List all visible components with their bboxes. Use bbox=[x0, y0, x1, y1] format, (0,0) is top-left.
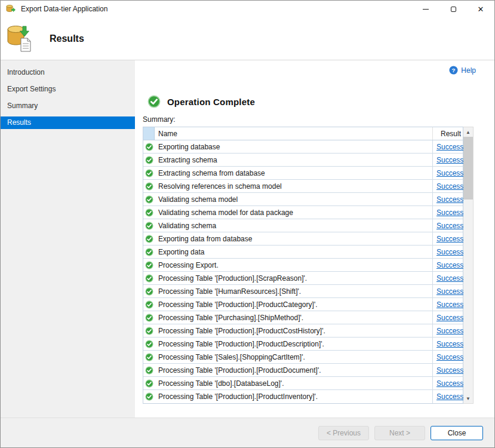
database-export-icon bbox=[6, 4, 16, 14]
success-check-icon bbox=[143, 364, 155, 376]
table-row[interactable]: Extracting schema from database Success bbox=[143, 167, 463, 180]
result-cell: Success bbox=[433, 311, 463, 324]
success-link[interactable]: Success bbox=[436, 143, 463, 151]
success-link[interactable]: Success bbox=[436, 195, 463, 204]
success-check-icon bbox=[143, 180, 155, 192]
success-link[interactable]: Success bbox=[436, 353, 463, 361]
result-cell: Success bbox=[433, 154, 463, 166]
success-link[interactable]: Success bbox=[436, 169, 463, 177]
result-cell: Success bbox=[433, 193, 463, 205]
success-link[interactable]: Success bbox=[436, 222, 463, 230]
result-cell: Success bbox=[433, 377, 463, 389]
sidebar-item-introduction[interactable]: Introduction bbox=[1, 66, 135, 79]
success-link[interactable]: Success bbox=[436, 261, 463, 269]
icon-column-header[interactable] bbox=[143, 127, 155, 140]
step-name: Processing Table '[Production].[ScrapRea… bbox=[155, 272, 433, 284]
table-row[interactable]: Extracting schema Success bbox=[143, 154, 463, 167]
table-row[interactable]: Validating schema model for data package… bbox=[143, 206, 463, 219]
success-link[interactable]: Success bbox=[436, 340, 463, 348]
success-check-icon bbox=[143, 377, 155, 389]
success-link[interactable]: Success bbox=[436, 156, 463, 164]
scrollbar-thumb[interactable] bbox=[463, 137, 473, 200]
success-check-icon bbox=[143, 337, 155, 350]
success-check-icon bbox=[143, 219, 155, 232]
table-row[interactable]: Validating schema Success bbox=[143, 219, 463, 232]
vertical-scrollbar[interactable]: ▲ ▼ bbox=[463, 127, 474, 404]
close-button[interactable]: ✕ bbox=[467, 1, 494, 17]
result-cell: Success bbox=[433, 140, 463, 153]
success-link[interactable]: Success bbox=[436, 379, 463, 388]
footer-bar: < Previous Next > Close bbox=[1, 418, 494, 447]
sidebar-item-summary[interactable]: Summary bbox=[1, 100, 135, 112]
success-link[interactable]: Success bbox=[436, 366, 463, 375]
success-link[interactable]: Success bbox=[436, 392, 463, 401]
table-row[interactable]: Exporting database Success bbox=[143, 140, 463, 154]
success-check-icon bbox=[143, 390, 155, 403]
success-link[interactable]: Success bbox=[436, 314, 463, 322]
success-check-icon bbox=[143, 232, 155, 245]
scroll-up-button[interactable]: ▲ bbox=[463, 127, 473, 137]
success-link[interactable]: Success bbox=[436, 274, 463, 283]
table-row[interactable]: Processing Table '[Production].[ProductD… bbox=[143, 337, 463, 351]
step-name: Resolving references in schema model bbox=[155, 180, 433, 192]
result-cell: Success bbox=[433, 206, 463, 219]
table-row[interactable]: Processing Table '[dbo].[DatabaseLog]'. … bbox=[143, 377, 463, 390]
result-cell: Success bbox=[433, 351, 463, 363]
result-cell: Success bbox=[433, 364, 463, 376]
titlebar: Export Data-tier Application ✕ bbox=[1, 1, 494, 17]
table-row[interactable]: Processing Table '[Production].[ProductI… bbox=[143, 390, 463, 403]
success-link[interactable]: Success bbox=[436, 182, 463, 191]
maximize-button[interactable] bbox=[439, 1, 467, 17]
window-title: Export Data-tier Application bbox=[21, 5, 107, 13]
table-row[interactable]: Processing Table '[Purchasing].[ShipMeth… bbox=[143, 311, 463, 324]
next-button[interactable]: Next > bbox=[374, 426, 425, 440]
table-row[interactable]: Processing Table '[Production].[ProductC… bbox=[143, 298, 463, 311]
success-link[interactable]: Success bbox=[436, 300, 463, 309]
table-row[interactable]: Processing Table '[Production].[ScrapRea… bbox=[143, 272, 463, 285]
sidebar-item-export-settings[interactable]: Export Settings bbox=[1, 83, 135, 96]
table-row[interactable]: Processing Table '[Production].[ProductD… bbox=[143, 364, 463, 377]
success-link[interactable]: Success bbox=[436, 248, 463, 256]
step-name: Extracting schema from database bbox=[155, 167, 433, 179]
result-cell: Success bbox=[433, 232, 463, 245]
sidebar-item-results[interactable]: Results bbox=[1, 116, 135, 129]
result-cell: Success bbox=[433, 337, 463, 350]
sidebar: IntroductionExport SettingsSummaryResult… bbox=[1, 60, 135, 418]
success-check-icon bbox=[143, 167, 155, 179]
success-check-icon bbox=[147, 95, 161, 108]
previous-button[interactable]: < Previous bbox=[318, 426, 369, 440]
result-cell: Success bbox=[433, 272, 463, 284]
success-link[interactable]: Success bbox=[436, 235, 463, 243]
table-row[interactable]: Validating schema model Success bbox=[143, 193, 463, 206]
help-link[interactable]: ? Help bbox=[449, 66, 476, 75]
table-row[interactable]: Processing Table '[Production].[ProductC… bbox=[143, 324, 463, 337]
page-title: Results bbox=[50, 33, 84, 44]
result-cell: Success bbox=[433, 298, 463, 311]
result-column-header[interactable]: Result bbox=[433, 127, 463, 140]
table-row[interactable]: Processing Export. Success bbox=[143, 259, 463, 272]
success-check-icon bbox=[143, 311, 155, 324]
close-wizard-button[interactable]: Close bbox=[431, 426, 483, 440]
success-link[interactable]: Success bbox=[436, 287, 463, 296]
close-icon: ✕ bbox=[478, 5, 484, 13]
scroll-down-button[interactable]: ▼ bbox=[463, 394, 473, 403]
step-name: Processing Table '[Production].[ProductC… bbox=[155, 298, 433, 311]
table-row[interactable]: Resolving references in schema model Suc… bbox=[143, 180, 463, 193]
table-row[interactable]: Processing Table '[Sales].[ShoppingCartI… bbox=[143, 351, 463, 364]
success-link[interactable]: Success bbox=[436, 327, 463, 335]
name-column-header[interactable]: Name bbox=[155, 127, 433, 140]
minimize-button[interactable] bbox=[412, 1, 439, 17]
wizard-body: IntroductionExport SettingsSummaryResult… bbox=[1, 60, 494, 418]
database-export-icon bbox=[5, 24, 32, 54]
success-link[interactable]: Success bbox=[436, 208, 463, 217]
table-row[interactable]: Exporting data from database Success bbox=[143, 232, 463, 246]
export-data-tier-window: Export Data-tier Application ✕ Results I… bbox=[0, 0, 495, 448]
scrollbar-track[interactable] bbox=[463, 137, 473, 394]
result-cell: Success bbox=[433, 219, 463, 232]
table-row[interactable]: Processing Table '[HumanResources].[Shif… bbox=[143, 285, 463, 298]
chevron-down-icon: ▼ bbox=[466, 396, 471, 401]
step-name: Processing Table '[Production].[ProductD… bbox=[155, 364, 433, 376]
table-row[interactable]: Exporting data Success bbox=[143, 246, 463, 259]
success-check-icon bbox=[143, 285, 155, 297]
success-check-icon bbox=[143, 193, 155, 205]
